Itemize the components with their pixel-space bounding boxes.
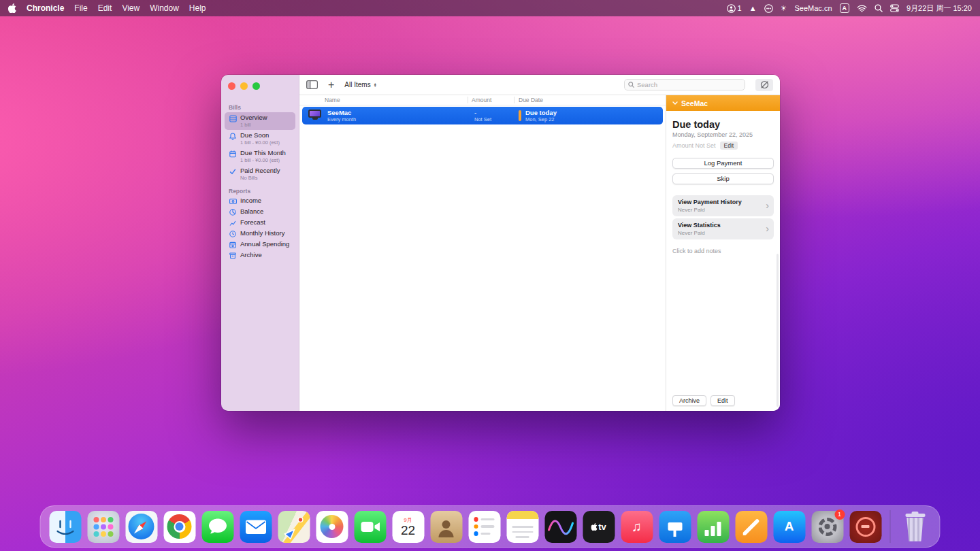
bill-row-seemac[interactable]: SeeMac Every month - Not Set Due today M… xyxy=(302,107,663,124)
menu-datetime[interactable]: 9月22日 周一 15:20 xyxy=(906,3,972,14)
edit-amount-button[interactable]: Edit xyxy=(720,141,738,150)
sidebar-item-annual-spending[interactable]: Annual Spending xyxy=(225,239,295,250)
sidebar-label: Due This Month xyxy=(240,150,286,157)
dots-circle-icon[interactable] xyxy=(764,4,773,13)
search-field[interactable] xyxy=(624,79,745,90)
bill-frequency: Every month xyxy=(327,116,356,123)
sidebar-item-due-this-month[interactable]: Due This Month1 bill - ¥0.00 (est) xyxy=(225,148,295,165)
dock-photos-icon[interactable] xyxy=(316,511,348,543)
checkmark-icon xyxy=(229,168,237,175)
dock-app-store-icon[interactable]: A xyxy=(773,511,805,543)
menu-help[interactable]: Help xyxy=(189,3,206,13)
bill-amount-status: Not Set xyxy=(474,116,491,123)
menu-file[interactable]: File xyxy=(74,3,87,13)
dock-mail-icon[interactable] xyxy=(240,511,272,543)
close-button[interactable] xyxy=(228,82,235,90)
archive-button[interactable]: Archive xyxy=(672,395,706,406)
dock-maps-icon[interactable] xyxy=(278,511,310,543)
toggle-sidebar-button[interactable] xyxy=(306,80,318,89)
card-subtitle: Never Paid xyxy=(678,207,768,213)
wifi-icon[interactable] xyxy=(857,5,867,12)
dock-messages-icon[interactable] xyxy=(201,511,233,543)
dock-chrome-icon[interactable] xyxy=(163,511,195,543)
triangle-status-icon[interactable]: ▲ xyxy=(749,5,757,12)
dock-calendar-icon[interactable]: 9月 22 xyxy=(392,511,424,543)
input-method-icon[interactable]: A xyxy=(840,3,850,13)
dock-finder-icon[interactable] xyxy=(49,511,81,543)
dock-numbers-icon[interactable] xyxy=(697,511,729,543)
filter-dropdown[interactable]: All Items ▲▼ xyxy=(344,81,376,88)
account-status-icon[interactable]: 1 xyxy=(727,4,742,13)
sidebar-sublabel: 1 bill - ¥0.00 (est) xyxy=(240,157,286,163)
log-payment-button[interactable]: Log Payment xyxy=(672,158,774,169)
dock-facetime-icon[interactable] xyxy=(354,511,386,543)
column-divider xyxy=(468,97,468,103)
music-note-icon: ♫ xyxy=(632,519,642,535)
sidebar-item-archive[interactable]: Archive xyxy=(225,250,295,261)
card-title: View Statistics xyxy=(678,222,768,229)
window-sidebar: Bills Overview1 bill Due Soon1 bill - ¥0… xyxy=(221,75,299,411)
bill-amount: - xyxy=(474,109,491,116)
dock-pages-icon[interactable] xyxy=(735,511,767,543)
chronicle-window: Bills Overview1 bill Due Soon1 bill - ¥0… xyxy=(221,75,780,411)
dock-launchpad-icon[interactable] xyxy=(87,511,119,543)
dock-contacts-icon[interactable] xyxy=(430,511,462,543)
brightness-icon[interactable]: ☀ xyxy=(781,5,787,12)
sidebar-label: Balance xyxy=(240,208,263,216)
bell-icon xyxy=(229,133,237,140)
dock-system-settings-icon[interactable]: 1 xyxy=(811,511,843,543)
menu-view[interactable]: View xyxy=(122,3,140,13)
dock-waveform-app-icon[interactable] xyxy=(544,511,576,543)
search-input[interactable] xyxy=(637,81,741,88)
notes-area[interactable]: Click to add notes xyxy=(672,248,774,254)
sidebar-item-monthly-history[interactable]: Monthly History xyxy=(225,229,295,239)
apple-logo-icon xyxy=(591,523,597,531)
dock-music-icon[interactable]: ♫ xyxy=(621,511,653,543)
bill-name: SeeMac xyxy=(327,109,356,116)
search-icon xyxy=(628,82,634,88)
minimize-button[interactable] xyxy=(240,82,248,90)
apple-menu-icon[interactable] xyxy=(8,3,16,13)
menu-bar: Chronicle File Edit View Window Help 1 ▲… xyxy=(0,0,980,16)
sidebar-item-overview[interactable]: Overview1 bill xyxy=(225,112,295,130)
filter-label: All Items xyxy=(344,81,370,88)
menu-edit[interactable]: Edit xyxy=(98,3,112,13)
skip-button[interactable]: Skip xyxy=(672,173,774,184)
card-subtitle: Never Paid xyxy=(678,230,768,236)
dock-apple-tv-icon[interactable]: tv xyxy=(583,511,615,543)
menu-window[interactable]: Window xyxy=(150,3,179,13)
dock-notes-icon[interactable] xyxy=(506,511,538,543)
add-bill-button[interactable]: + xyxy=(328,80,334,90)
zoom-button[interactable] xyxy=(252,82,260,90)
sidebar-item-forecast[interactable]: Forecast xyxy=(225,218,295,229)
control-center-icon[interactable] xyxy=(890,4,899,12)
detail-header-title: SeeMac xyxy=(681,99,708,107)
dock-trash-icon[interactable] xyxy=(899,511,931,543)
sidebar-item-paid-recently[interactable]: Paid RecentlyNo Bills xyxy=(225,165,295,183)
view-statistics-card[interactable]: View Statistics Never Paid › xyxy=(672,218,774,239)
dock-reminders-icon[interactable] xyxy=(468,511,500,543)
sidebar-label: Income xyxy=(240,197,261,205)
calendar-clock-icon xyxy=(229,241,237,248)
display-device-icon xyxy=(308,110,321,118)
menu-app-name[interactable]: Chronicle xyxy=(27,3,64,13)
status-site-label[interactable]: SeeMac.cn xyxy=(794,4,832,12)
notes-scrollbar[interactable] xyxy=(777,254,779,407)
detail-header[interactable]: SeeMac xyxy=(666,95,780,111)
edit-button[interactable]: Edit xyxy=(710,395,735,406)
spotlight-search-icon[interactable] xyxy=(875,4,883,12)
view-payment-history-card[interactable]: View Payment History Never Paid › xyxy=(672,195,774,216)
sidebar-item-income[interactable]: Income xyxy=(225,196,295,207)
traffic-lights xyxy=(228,82,260,90)
dock-keynote-icon[interactable] xyxy=(659,511,691,543)
hide-amounts-button[interactable] xyxy=(755,79,773,91)
sidebar-item-due-soon[interactable]: Due Soon1 bill - ¥0.00 (est) xyxy=(225,130,295,148)
dock-stamp-app-icon[interactable] xyxy=(849,511,881,543)
sidebar-item-balance[interactable]: Balance xyxy=(225,207,295,218)
chevron-down-icon xyxy=(672,101,678,105)
column-due-date: Due Date xyxy=(519,97,543,103)
sidebar-label: Overview xyxy=(240,114,267,122)
dock-safari-icon[interactable] xyxy=(125,511,157,543)
sidebar-label: Archive xyxy=(240,252,262,259)
sidebar-label: Monthly History xyxy=(240,230,284,237)
